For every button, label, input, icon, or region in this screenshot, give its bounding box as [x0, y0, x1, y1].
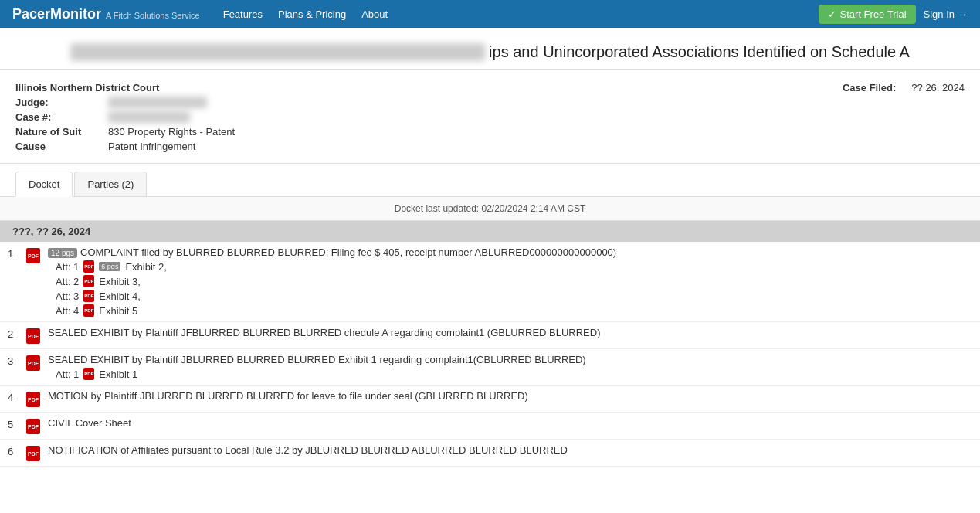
attachment-text: Exhibit 3, — [99, 276, 140, 287]
tabs-section: Docket Parties (2) — [0, 164, 980, 197]
sign-in-button[interactable]: Sign In → — [924, 8, 968, 20]
docket-entry-text: SEALED EXHIBIT by Plaintiff JBLURRED BLU… — [48, 354, 586, 365]
pdf-icon[interactable]: PDF — [26, 248, 40, 263]
docket-entry-content: 12 pgsCOMPLAINT filed by BLURRED BLURRED… — [48, 246, 972, 317]
nature-row: Nature of Suit 830 Property Rights - Pat… — [15, 126, 733, 138]
attachment-pdf-icon[interactable]: PDF — [83, 275, 94, 287]
start-free-trial-button[interactable]: ✓ Start Free Trial — [819, 5, 916, 24]
court-row: Illinois Northern District Court — [15, 82, 733, 93]
docket-entry-num: 4 — [8, 390, 26, 403]
pdf-icon-container: PDF — [26, 246, 48, 263]
case-info-left: Illinois Northern District Court Judge: … — [15, 82, 733, 155]
docket-entry-num: 1 — [8, 246, 26, 260]
tab-parties[interactable]: Parties (2) — [74, 172, 147, 196]
cause-label: Cause — [15, 141, 100, 152]
case-filed-label: Case Filed: — [811, 82, 896, 93]
cause-value: Patent Infringement — [108, 141, 195, 152]
attachment-text: Exhibit 1 — [99, 369, 137, 380]
header-actions: ✓ Start Free Trial Sign In → — [819, 5, 968, 24]
tabs: Docket Parties (2) — [15, 172, 965, 196]
case-filed-value: ?? 26, 2024 — [911, 82, 965, 93]
attachment-row: Att: 1PDF6 pgsExhibit 2, — [56, 260, 972, 273]
judge-value: BLURRED BLURRED — [108, 97, 207, 108]
pdf-icon-container: PDF — [26, 327, 48, 344]
docket-entry-content: NOTIFICATION of Affiliates pursuant to L… — [48, 444, 972, 456]
case-num-value: BLURRED000000 — [108, 111, 190, 123]
main-nav: Features Plans & Pricing About — [223, 8, 819, 20]
docket-row: 6PDFNOTIFICATION of Affiliates pursuant … — [0, 440, 980, 467]
attachment-pdf-icon[interactable]: PDF — [83, 368, 94, 380]
attachment-text: Exhibit 4, — [99, 290, 140, 302]
docket-row: 5PDFCIVIL Cover Sheet — [0, 413, 980, 440]
attachment-pdf-icon[interactable]: PDF — [83, 290, 94, 302]
docket-entry-text: CIVIL Cover Sheet — [48, 417, 131, 429]
attachment-row: Att: 2PDFExhibit 3, — [56, 275, 972, 287]
docket-entry-content: SEALED EXHIBIT by Plaintiff JBLURRED BLU… — [48, 354, 972, 380]
page-title-section: BLURRED BLURRED BLURRED v. BLURRED Partn… — [0, 28, 980, 70]
case-num-label: Case #: — [15, 111, 100, 123]
nature-value: 830 Property Rights - Patent — [108, 126, 235, 138]
pdf-icon[interactable]: PDF — [26, 392, 40, 407]
docket-entry-text: COMPLAINT filed by BLURRED BLURRED BLURR… — [80, 246, 616, 258]
nav-plans-pricing[interactable]: Plans & Pricing — [278, 8, 346, 20]
nav-about[interactable]: About — [361, 8, 388, 20]
docket-entry-num: 3 — [8, 354, 26, 367]
brand-name: PacerMonitor — [12, 6, 101, 22]
docket-entries: 1PDF12 pgsCOMPLAINT filed by BLURRED BLU… — [0, 242, 980, 467]
attachment-pdf-icon[interactable]: PDF — [83, 260, 94, 273]
attachment-row: Att: 1PDFExhibit 1 — [56, 368, 972, 380]
checkmark-icon: ✓ — [828, 8, 836, 20]
docket-entry-num: 5 — [8, 417, 26, 430]
pdf-icon[interactable]: PDF — [26, 419, 40, 434]
docket-row: 1PDF12 pgsCOMPLAINT filed by BLURRED BLU… — [0, 242, 980, 322]
attachment-text: Exhibit 5 — [99, 305, 137, 317]
attachment-row: Att: 4PDFExhibit 5 — [56, 304, 972, 317]
docket-entry-content: SEALED EXHIBIT by Plaintiff JFBLURRED BL… — [48, 327, 972, 338]
pdf-icon-container: PDF — [26, 444, 48, 461]
docket-date-group: ???, ?? 26, 2024 — [0, 221, 980, 242]
case-num-row: Case #: BLURRED000000 — [15, 111, 733, 123]
site-header: PacerMonitor A Fitch Solutions Service F… — [0, 0, 980, 28]
attachment-label: Att: 1 — [56, 261, 79, 273]
attachment-label: Att: 1 — [56, 369, 79, 380]
docket-row: 3PDFSEALED EXHIBIT by Plaintiff JBLURRED… — [0, 349, 980, 386]
case-info-right: Case Filed: ?? 26, 2024 — [733, 82, 965, 155]
pdf-icon[interactable]: PDF — [26, 355, 40, 371]
attachment-label: Att: 2 — [56, 276, 79, 287]
judge-row: Judge: BLURRED BLURRED — [15, 97, 733, 108]
judge-label: Judge: — [15, 97, 100, 108]
tab-docket[interactable]: Docket — [15, 172, 73, 197]
court-name: Illinois Northern District Court — [15, 82, 159, 93]
page-title: BLURRED BLURRED BLURRED v. BLURRED Partn… — [15, 43, 965, 61]
attachment-pdf-icon[interactable]: PDF — [83, 304, 94, 317]
nav-features[interactable]: Features — [223, 8, 263, 20]
docket-badge: 12 pgs — [48, 248, 77, 258]
attachment-badge: 6 pgs — [99, 262, 120, 271]
docket-entry-content: MOTION by Plaintiff JBLURRED BLURRED BLU… — [48, 390, 972, 402]
brand-sub: A Fitch Solutions Service — [106, 11, 200, 20]
attachment-label: Att: 4 — [56, 305, 79, 317]
docket-entry-content: CIVIL Cover Sheet — [48, 417, 972, 429]
docket-last-updated: Docket last updated: 02/20/2024 2:14 AM … — [0, 197, 980, 221]
docket-entry-num: 6 — [8, 444, 26, 457]
docket-entry-text: SEALED EXHIBIT by Plaintiff JFBLURRED BL… — [48, 327, 601, 338]
title-blurred-part: BLURRED BLURRED BLURRED v. BLURRED Partn… — [70, 43, 484, 61]
signin-arrow-icon: → — [958, 8, 968, 20]
pdf-icon-container: PDF — [26, 417, 48, 434]
case-info-section: Illinois Northern District Court Judge: … — [0, 70, 980, 164]
title-visible-part: ips and Unincorporated Associations Iden… — [489, 43, 910, 60]
docket-row: 4PDFMOTION by Plaintiff JBLURRED BLURRED… — [0, 386, 980, 413]
attachment-text: Exhibit 2, — [125, 261, 166, 273]
pdf-icon-container: PDF — [26, 390, 48, 407]
docket-entry-text: NOTIFICATION of Affiliates pursuant to L… — [48, 444, 568, 456]
docket-entry-text: MOTION by Plaintiff JBLURRED BLURRED BLU… — [48, 390, 528, 402]
cause-row: Cause Patent Infringement — [15, 141, 733, 152]
case-filed-row: Case Filed: ?? 26, 2024 — [733, 82, 965, 93]
attachment-row: Att: 3PDFExhibit 4, — [56, 290, 972, 302]
docket-entry-num: 2 — [8, 327, 26, 340]
attachment-label: Att: 3 — [56, 290, 79, 302]
pdf-icon[interactable]: PDF — [26, 446, 40, 461]
docket-row: 2PDFSEALED EXHIBIT by Plaintiff JFBLURRE… — [0, 322, 980, 349]
pdf-icon-container: PDF — [26, 354, 48, 371]
pdf-icon[interactable]: PDF — [26, 328, 40, 344]
